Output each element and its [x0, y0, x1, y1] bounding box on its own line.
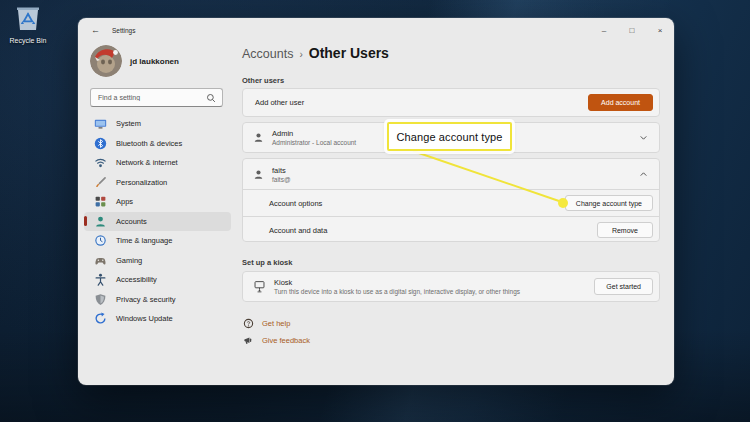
gamepad-icon	[94, 254, 107, 267]
apps-icon	[94, 195, 107, 208]
other-users-section-label: Other users	[242, 76, 284, 85]
help-icon	[242, 318, 254, 329]
search-box	[90, 88, 223, 107]
search-input[interactable]	[91, 94, 206, 101]
main-content: Accounts › Other Users Other users Add o…	[242, 18, 660, 385]
add-other-user-label: Add other user	[255, 98, 304, 107]
add-other-user-card: Add other user Add account	[242, 88, 660, 117]
sidebar-item-windows-update[interactable]: Windows Update	[84, 309, 231, 329]
faits-header-row[interactable]: faits faits@	[243, 159, 659, 189]
sidebar-nav: System Bluetooth & devices Network & int…	[84, 114, 231, 329]
sidebar-item-gaming[interactable]: Gaming	[84, 251, 231, 271]
breadcrumb-separator: ›	[299, 49, 302, 60]
kiosk-icon	[253, 280, 266, 293]
account-options-label: Account options	[269, 199, 322, 208]
breadcrumb: Accounts › Other Users	[242, 45, 389, 61]
account-and-data-label: Account and data	[269, 226, 327, 235]
sidebar-item-personalization[interactable]: Personalization	[84, 173, 231, 193]
chevron-down-icon[interactable]	[639, 133, 648, 142]
kiosk-card: Kiosk Turn this device into a kiosk to u…	[242, 271, 660, 302]
kiosk-description: Turn this device into a kiosk to use as …	[274, 288, 520, 295]
back-icon[interactable]: ←	[91, 26, 100, 35]
settings-window: ← Settings – □ ×	[78, 18, 674, 385]
recycle-bin-shortcut[interactable]: Recycle Bin	[6, 4, 50, 44]
faits-title: faits	[272, 166, 291, 175]
clock-icon	[94, 234, 107, 247]
add-account-button[interactable]: Add account	[588, 94, 653, 111]
sidebar-item-network-internet[interactable]: Network & internet	[84, 153, 231, 173]
get-started-button[interactable]: Get started	[594, 278, 653, 295]
get-help-link[interactable]: Get help	[242, 318, 290, 329]
user-icon	[253, 169, 264, 180]
account-options-row: Account options Change account type	[243, 189, 659, 216]
account-profile[interactable]: jd laukkonen	[90, 45, 179, 77]
page-title: Other Users	[309, 45, 389, 61]
recycle-bin-icon	[6, 4, 50, 36]
profile-name: jd laukkonen	[130, 57, 179, 66]
bluetooth-icon	[94, 137, 107, 150]
change-account-type-callout: Change account type	[387, 122, 512, 151]
sidebar-item-accessibility[interactable]: Accessibility	[84, 270, 231, 290]
update-icon	[94, 312, 107, 325]
recycle-bin-label: Recycle Bin	[6, 37, 50, 44]
system-icon	[94, 117, 107, 130]
desktop: Recycle Bin ← Settings – □ ×	[0, 0, 750, 422]
user-icon	[253, 132, 264, 143]
sidebar-item-system[interactable]: System	[84, 114, 231, 134]
admin-subtitle: Administrator - Local account	[272, 139, 356, 146]
breadcrumb-accounts[interactable]: Accounts	[242, 47, 293, 61]
admin-title: Admin	[272, 129, 356, 138]
feedback-icon	[242, 335, 254, 346]
sidebar-item-apps[interactable]: Apps	[84, 192, 231, 212]
sidebar-item-privacy-security[interactable]: Privacy & security	[84, 290, 231, 310]
sidebar-item-accounts[interactable]: Accounts	[84, 212, 231, 232]
search-icon	[206, 93, 216, 103]
window-title: Settings	[112, 27, 136, 34]
sidebar-item-time-language[interactable]: Time & language	[84, 231, 231, 251]
kiosk-section-label: Set up a kiosk	[242, 258, 292, 267]
avatar	[90, 45, 122, 77]
kiosk-title: Kiosk	[274, 278, 520, 287]
chevron-up-icon[interactable]	[639, 170, 648, 179]
shield-icon	[94, 293, 107, 306]
brush-icon	[94, 176, 107, 189]
accessibility-icon	[94, 273, 107, 286]
wifi-icon	[94, 156, 107, 169]
accounts-person-icon	[94, 215, 107, 228]
give-feedback-link[interactable]: Give feedback	[242, 335, 310, 346]
remove-button[interactable]: Remove	[597, 222, 653, 238]
faits-user-card: faits faits@ Account options Change acco…	[242, 158, 660, 242]
sidebar-item-bluetooth-devices[interactable]: Bluetooth & devices	[84, 134, 231, 154]
change-account-type-button[interactable]: Change account type	[565, 195, 653, 211]
faits-subtitle: faits@	[272, 176, 291, 183]
account-and-data-row: Account and data Remove	[243, 216, 659, 243]
